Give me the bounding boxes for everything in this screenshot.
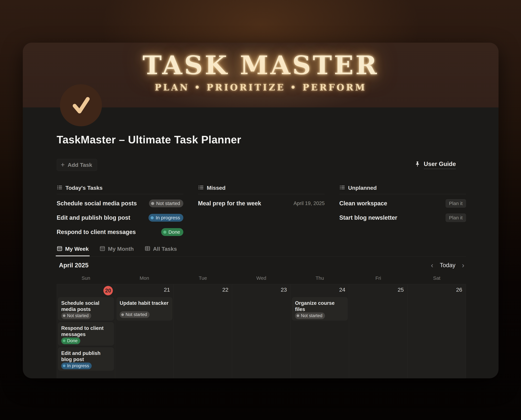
date-row: 21 (115, 284, 174, 297)
actions-row: + Add Task User Guide (57, 159, 466, 171)
view-tabs: My Week My Month All Tasks (57, 246, 466, 256)
status-label: In progress (156, 215, 180, 220)
date-number: 22 (222, 286, 229, 293)
tab-label: My Month (108, 246, 134, 252)
calendar-icon (100, 246, 105, 252)
tab-my-month[interactable]: My Month (100, 246, 134, 256)
status-badge[interactable]: Not started (120, 311, 150, 318)
day-header: Mon (115, 275, 174, 283)
calendar-nav: ‹ Today › (430, 262, 465, 269)
calendar-icon (57, 246, 62, 252)
status-badge[interactable]: Not started (295, 312, 325, 319)
task-title[interactable]: Start blog newsletter (339, 214, 397, 221)
events-list (407, 297, 466, 297)
status-badge[interactable]: In progress (61, 363, 92, 369)
list-icon (57, 185, 62, 191)
status-label: In progress (67, 363, 89, 368)
status-badge[interactable]: Done (61, 338, 80, 344)
status-badge[interactable]: Not started (61, 312, 91, 319)
status-badge[interactable]: Not started (149, 200, 183, 207)
task-title[interactable]: Edit and publish blog post (57, 214, 130, 221)
status-badge[interactable]: In progress (148, 214, 183, 222)
day-header: Wed (232, 275, 291, 283)
task-title[interactable]: Schedule social media posts (57, 200, 137, 207)
calendar-cell[interactable]: 23 (232, 284, 291, 378)
events-list: Update habit trackerNot started (115, 297, 174, 320)
event-card[interactable]: Edit and publish blog postIn progress (58, 347, 114, 371)
date-number: 24 (339, 286, 345, 293)
day-header: Sun (57, 275, 115, 283)
calendar-cell[interactable]: 25 (349, 284, 407, 378)
calendar-cell[interactable]: 24Organize course filesNot started (291, 284, 349, 378)
date-number: 23 (281, 286, 287, 293)
page-icon[interactable] (60, 84, 102, 126)
status-dot-icon (63, 314, 65, 317)
calendar-header: April 2025 ‹ Today › (57, 261, 466, 270)
chevron-right-icon[interactable]: › (461, 262, 465, 269)
app-window: TASK MASTER PLAN • PRIORITIZE • PERFORM … (23, 43, 498, 378)
banner-title: TASK MASTER (23, 43, 498, 78)
task-row: Clean workspacePlan it (339, 198, 466, 209)
status-dot-icon (63, 339, 65, 342)
status-label: Not started (125, 312, 147, 317)
plan-it-button[interactable]: Plan it (446, 213, 466, 222)
calendar-cell[interactable]: 22 (174, 284, 232, 378)
task-columns: Today's Tasks Schedule social media post… (57, 184, 466, 237)
events-list: Organize course filesNot started (291, 297, 349, 320)
today-button[interactable]: Today (440, 262, 455, 269)
calendar-cell[interactable]: 26 (407, 284, 466, 378)
status-label: Not started (67, 313, 89, 318)
calendar-month-label: April 2025 (59, 262, 89, 269)
events-list (349, 297, 407, 297)
chevron-left-icon[interactable]: ‹ (430, 262, 434, 269)
status-label: Not started (156, 201, 180, 206)
event-card[interactable]: Respond to client messagesDone (58, 322, 114, 345)
events-list: Schedule social media postsNot startedRe… (57, 297, 115, 371)
tab-all-tasks[interactable]: All Tasks (145, 246, 177, 256)
event-card[interactable]: Update habit trackerNot started (117, 297, 172, 320)
column-missed: Missed Meal prep for the weekApril 19, 2… (198, 184, 325, 237)
task-title[interactable]: Respond to client messages (57, 229, 136, 235)
column-header: Unplanned (339, 184, 466, 192)
today-date-badge: 20 (103, 286, 113, 295)
event-title: Schedule social media posts (61, 300, 111, 312)
event-card[interactable]: Schedule social media postsNot started (58, 297, 114, 320)
list-icon (198, 185, 204, 191)
day-header: Thu (291, 275, 349, 283)
user-guide-link[interactable]: User Guide (414, 161, 456, 169)
column-title: Today's Tasks (65, 185, 103, 191)
date-row: 22 (174, 284, 232, 297)
task-title[interactable]: Meal prep for the week (198, 200, 261, 207)
calendar-cell[interactable]: 21Update habit trackerNot started (115, 284, 174, 378)
day-header: Fri (349, 275, 407, 283)
add-task-label: Add Task (68, 162, 92, 168)
tab-label: All Tasks (153, 246, 177, 252)
day-header: Tue (174, 275, 232, 283)
column-title: Missed (207, 185, 225, 191)
column-header: Today's Tasks (57, 184, 183, 192)
status-badge[interactable]: Done (161, 228, 183, 236)
add-task-button[interactable]: + Add Task (57, 159, 97, 171)
tab-my-week[interactable]: My Week (57, 246, 89, 256)
page-title: TaskMaster – Ultimate Task Planner (57, 134, 466, 146)
tab-label: My Week (65, 246, 89, 252)
task-due-date: April 19, 2025 (294, 201, 325, 206)
user-guide-label: User Guide (424, 161, 456, 169)
task-title[interactable]: Clean workspace (339, 200, 387, 207)
task-row: Respond to client messagesDone (57, 227, 183, 237)
event-title: Respond to client messages (61, 325, 111, 338)
checkmark-icon (67, 91, 95, 119)
column-unplanned: Unplanned Clean workspacePlan itStart bl… (339, 184, 466, 237)
day-header: Sat (407, 275, 466, 283)
status-dot-icon (121, 313, 124, 316)
pushpin-icon (414, 161, 421, 169)
event-card[interactable]: Organize course filesNot started (292, 297, 348, 320)
date-number: 25 (398, 286, 404, 293)
list-icon (339, 185, 345, 191)
column-title: Unplanned (348, 185, 377, 191)
plan-it-button[interactable]: Plan it (446, 199, 466, 208)
events-list (174, 297, 232, 297)
event-title: Organize course files (295, 300, 345, 312)
plus-icon: + (61, 161, 65, 168)
calendar-cell[interactable]: 20Schedule social media postsNot started… (57, 284, 115, 378)
